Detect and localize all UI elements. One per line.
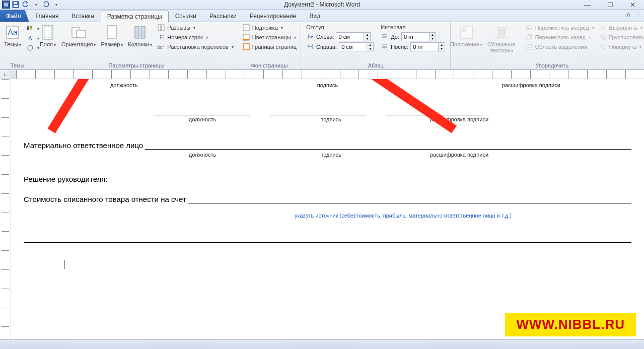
rotate-label: Повернуть xyxy=(609,44,636,50)
svg-rect-27 xyxy=(243,39,249,40)
window-controls: — ☐ ✕ xyxy=(576,0,644,10)
theme-fonts-icon: A xyxy=(26,34,34,42)
rotate-icon xyxy=(599,43,607,51)
space-after-spinner[interactable]: ▲▼ xyxy=(410,42,445,51)
underline-field xyxy=(386,106,482,115)
undo-button[interactable] xyxy=(21,1,30,9)
svg-rect-8 xyxy=(30,28,32,30)
page-borders-label: Границы страниц xyxy=(252,44,297,50)
svg-rect-44 xyxy=(527,44,532,49)
svg-rect-7 xyxy=(27,28,29,30)
label-signature: подпись xyxy=(283,152,379,158)
tab-page-layout[interactable]: Разметка страницы xyxy=(101,11,169,22)
spin-down[interactable]: ▼ xyxy=(430,37,436,41)
svg-rect-43 xyxy=(527,36,530,39)
selection-pane-label: Область выделения xyxy=(535,44,587,50)
indent-title: Отступ xyxy=(306,24,374,30)
document-area[interactable]: должность подпись расшифровка подписи до… xyxy=(11,79,644,339)
send-backward-button[interactable]: Переместить назад xyxy=(523,33,596,42)
redo-icon xyxy=(42,1,49,8)
minimize-button[interactable]: — xyxy=(576,0,599,10)
space-before-spinner[interactable]: ▲▼ xyxy=(401,32,436,41)
hyphenation-label: Расстановка переносов xyxy=(167,44,228,50)
spin-down[interactable]: ▼ xyxy=(439,47,445,51)
customize-qat-dropdown[interactable] xyxy=(51,1,60,9)
tab-home[interactable]: Главная xyxy=(29,10,65,22)
align-button[interactable]: Выровнять xyxy=(597,23,644,32)
group-icon xyxy=(599,33,607,41)
tab-review[interactable]: Рецензирование xyxy=(243,10,303,22)
selection-pane-button[interactable]: Область выделения xyxy=(523,42,596,51)
titlebar: W Документ2 - Microsoft Word — ☐ ✕ xyxy=(0,0,644,10)
bring-forward-label: Переместить вперед xyxy=(535,25,589,31)
position-button[interactable]: Положение xyxy=(453,23,479,49)
svg-text:A: A xyxy=(245,26,247,30)
word-app-icon[interactable]: W xyxy=(2,1,10,9)
label-position: должность xyxy=(155,116,250,122)
indent-right-spinner[interactable]: ▲▼ xyxy=(339,42,374,51)
underline-field xyxy=(24,234,631,243)
spin-down[interactable]: ▼ xyxy=(367,47,373,51)
svg-rect-17 xyxy=(141,26,145,38)
columns-button[interactable]: Колонки xyxy=(126,23,154,49)
label-position: должность xyxy=(155,152,250,158)
line-numbers-button[interactable]: 1Номера строк xyxy=(155,33,235,42)
size-button[interactable]: Размер xyxy=(99,23,125,49)
indent-right-input[interactable] xyxy=(339,44,367,50)
help-icon[interactable]: ❔ xyxy=(633,12,641,19)
send-backward-label: Переместить назад xyxy=(535,34,586,40)
space-before-input[interactable] xyxy=(402,34,429,40)
svg-point-10 xyxy=(28,45,33,50)
horizontal-ruler[interactable] xyxy=(11,70,644,79)
redo-button[interactable] xyxy=(41,1,50,9)
svg-rect-14 xyxy=(77,30,86,37)
close-button[interactable]: ✕ xyxy=(621,0,644,10)
save-button[interactable] xyxy=(11,1,20,9)
svg-text:bc⁻: bc⁻ xyxy=(158,45,165,50)
orientation-button[interactable]: Ориентация xyxy=(59,23,98,49)
indent-left-spinner[interactable]: ▲▼ xyxy=(336,32,371,41)
ruler-corner[interactable]: L xyxy=(0,70,11,79)
window-title: Документ2 - Microsoft Word xyxy=(284,1,360,8)
page-borders-button[interactable]: Границы страниц xyxy=(240,42,299,51)
hyphenation-button[interactable]: bc⁻Расстановка переносов xyxy=(155,42,235,51)
tab-insert[interactable]: Вставка xyxy=(65,10,101,22)
page-color-icon xyxy=(242,33,250,41)
tab-mailings[interactable]: Рассылки xyxy=(203,10,243,22)
breaks-button[interactable]: Разрывы xyxy=(155,23,235,32)
align-icon xyxy=(599,24,607,32)
label-decryption: расшифровка подписи xyxy=(411,116,507,122)
bring-forward-button[interactable]: Переместить вперед xyxy=(523,23,596,32)
undo-dropdown[interactable] xyxy=(31,1,40,9)
save-icon xyxy=(12,1,19,8)
maximize-button[interactable]: ☐ xyxy=(599,0,621,10)
spin-up[interactable]: ▲ xyxy=(367,43,373,47)
spin-up[interactable]: ▲ xyxy=(430,33,436,37)
group-page-background: AПодложка Цвет страницы Границы страниц … xyxy=(238,22,301,69)
space-before-icon xyxy=(381,33,389,41)
group-page-bg-label: Фон страницы xyxy=(240,61,299,69)
tab-references[interactable]: Ссылки xyxy=(169,10,203,22)
margins-button[interactable]: Поля xyxy=(37,23,58,49)
spin-up[interactable]: ▲ xyxy=(439,43,445,47)
indent-left-input[interactable] xyxy=(336,34,364,40)
themes-button[interactable]: Aa Темы xyxy=(2,23,23,49)
rotate-button[interactable]: Повернуть xyxy=(597,42,644,51)
tab-view[interactable]: Вид xyxy=(303,10,327,22)
tab-file[interactable]: Файл xyxy=(0,10,29,22)
vertical-ruler[interactable] xyxy=(0,79,11,339)
orientation-icon xyxy=(70,24,87,40)
minimize-ribbon-icon[interactable]: ᐱ xyxy=(626,12,630,19)
underline-field xyxy=(145,141,631,150)
spin-up[interactable]: ▲ xyxy=(364,33,370,37)
watermark-icon: A xyxy=(242,24,250,32)
wrap-text-button[interactable]: Обтекание текстом xyxy=(481,23,522,55)
page-color-button[interactable]: Цвет страницы xyxy=(240,33,299,42)
svg-rect-15 xyxy=(107,26,116,39)
svg-rect-51 xyxy=(603,37,606,40)
watermark-button[interactable]: AПодложка xyxy=(240,23,299,32)
space-after-input[interactable] xyxy=(411,44,438,50)
spin-down[interactable]: ▼ xyxy=(364,37,370,41)
breaks-label: Разрывы xyxy=(167,25,190,31)
group-btn[interactable]: Группировать xyxy=(597,33,644,42)
